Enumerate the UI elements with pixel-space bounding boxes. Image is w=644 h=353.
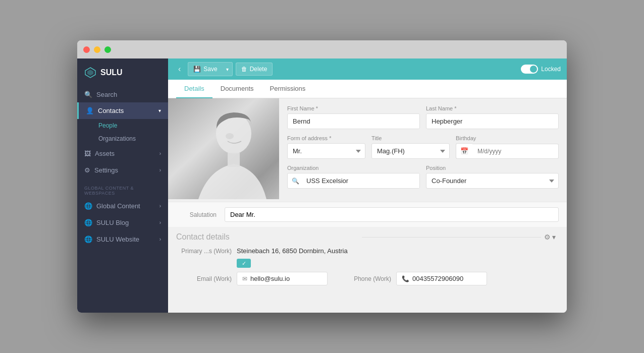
org-position-row: Organization 🔍 Position Co-Fo — [287, 165, 559, 189]
tabs: Details Documents Permissions — [168, 80, 567, 98]
app-body: SULU 🔍 Search 👤 Contacts ▾ People — [77, 58, 567, 313]
email-value: hello@sulu.io — [250, 275, 290, 282]
section-title: Contact details — [176, 232, 356, 242]
primary-address-label: Primary ...s (Work) — [176, 248, 232, 255]
organization-input[interactable] — [303, 173, 419, 188]
chevron-right-icon-4: › — [159, 220, 161, 225]
delete-label: Delete — [250, 66, 267, 73]
email-label: Email (Work) — [176, 275, 232, 282]
image-icon: 🖼 — [84, 150, 91, 157]
back-button[interactable]: ‹ — [174, 63, 185, 76]
phone-icon: 📞 — [402, 275, 409, 282]
maximize-button[interactable] — [104, 46, 111, 53]
section-divider — [362, 237, 542, 238]
save-button[interactable]: 💾 Save — [188, 62, 222, 76]
phone-label: Phone (Work) — [336, 275, 391, 282]
salutation-input[interactable] — [225, 207, 559, 222]
checkmark-icon: ✓ — [242, 260, 246, 267]
first-name-group: First Name * — [287, 105, 420, 129]
email-value-group: ✉ hello@sulu.io — [237, 272, 328, 285]
save-dropdown-button[interactable]: ▾ — [223, 62, 233, 76]
email-icon: ✉ — [242, 275, 247, 282]
salutation-label: Salutation — [176, 211, 217, 218]
app-window: SULU 🔍 Search 👤 Contacts ▾ People — [77, 40, 567, 313]
globe-icon-2: 🌐 — [84, 219, 92, 226]
people-label: People — [98, 122, 117, 129]
gear-icon-2: ⚙ — [544, 233, 551, 241]
toggle-thumb — [530, 66, 537, 73]
email-row: Email (Work) ✉ hello@sulu.io — [176, 272, 328, 285]
sidebar-item-sulu-website[interactable]: 🌐 SULU Website › — [77, 231, 168, 248]
first-name-input[interactable] — [287, 113, 420, 129]
org-search-icon: 🔍 — [288, 174, 303, 188]
chevron-down-icon: ▾ — [158, 108, 161, 113]
last-name-input[interactable] — [426, 113, 559, 129]
save-icon: 💾 — [193, 66, 201, 73]
contact-photo — [168, 98, 279, 199]
save-label: Save — [203, 66, 217, 73]
position-select[interactable]: Co-Founder CEO CTO — [426, 173, 559, 189]
title-label: Title — [371, 135, 450, 141]
form-of-address-label: Form of address * — [287, 135, 365, 141]
locked-toggle[interactable]: Locked — [521, 65, 561, 74]
sidebar-item-contacts[interactable]: 👤 Contacts ▾ — [77, 102, 168, 119]
tab-details[interactable]: Details — [176, 80, 212, 98]
organizations-label: Organizations — [98, 135, 136, 142]
sidebar-item-assets[interactable]: 🖼 Assets › — [77, 145, 168, 162]
form-of-address-select[interactable]: Mr. Ms. — [287, 143, 365, 159]
sidebar-item-people[interactable]: People — [91, 119, 168, 132]
sidebar-item-settings[interactable]: ⚙ Settings › — [77, 162, 168, 179]
chevron-right-icon-5: › — [159, 237, 161, 242]
address-title-row: Form of address * Mr. Ms. Title — [287, 135, 559, 159]
title-bar — [77, 40, 567, 58]
svg-rect-5 — [228, 153, 240, 167]
globe-icon-3: 🌐 — [84, 236, 92, 243]
sulu-website-label: SULU Website — [96, 236, 139, 243]
tab-documents[interactable]: Documents — [212, 80, 262, 98]
svg-point-6 — [226, 133, 234, 139]
gear-dropdown-icon: ▾ — [552, 233, 556, 241]
sidebar-item-global-content[interactable]: 🌐 Global Content › — [77, 198, 168, 214]
toolbar: ‹ 💾 Save ▾ 🗑 Delete — [168, 58, 567, 80]
svg-marker-1 — [87, 70, 93, 76]
contact-layout: First Name * Last Name * — [168, 98, 567, 202]
close-button[interactable] — [83, 46, 90, 53]
person-icon: 👤 — [86, 107, 94, 114]
delete-button[interactable]: 🗑 Delete — [236, 63, 273, 76]
sidebar-item-organizations[interactable]: Organizations — [91, 132, 168, 145]
birthday-input[interactable] — [472, 144, 559, 159]
primary-address-row: Primary ...s (Work) Steinebach 16, 6850 … — [176, 247, 559, 255]
minimize-button[interactable] — [94, 46, 100, 53]
main-area: ‹ 💾 Save ▾ 🗑 Delete — [168, 58, 567, 313]
sidebar: SULU 🔍 Search 👤 Contacts ▾ People — [77, 58, 168, 313]
sidebar-logo-text: SULU — [100, 68, 123, 77]
title-select[interactable]: Mag.(FH) Dr. — [371, 143, 450, 159]
search-icon: 🔍 — [84, 91, 92, 98]
contact-details-section: Contact details ⚙ ▾ Primary ...s (Work) … — [168, 227, 567, 295]
salutation-section: Salutation — [168, 202, 567, 227]
sulu-logo-icon — [84, 67, 96, 79]
sidebar-sub-contacts: People Organizations — [77, 119, 168, 145]
name-row: First Name * Last Name * — [287, 105, 559, 129]
sidebar-search[interactable]: 🔍 Search — [77, 87, 168, 102]
organization-search-group: 🔍 — [287, 173, 420, 189]
section-header: Contact details ⚙ ▾ — [176, 232, 559, 242]
chevron-right-icon-2: › — [159, 167, 161, 173]
search-label: Search — [96, 91, 117, 98]
toggle-switch[interactable] — [521, 65, 538, 74]
position-group: Position Co-Founder CEO CTO — [426, 165, 559, 189]
tab-permissions[interactable]: Permissions — [262, 80, 314, 98]
birthday-date-group: 📅 — [456, 143, 559, 159]
last-name-group: Last Name * — [426, 105, 559, 129]
email-phone-row: Email (Work) ✉ hello@sulu.io Phone (Work… — [176, 272, 559, 289]
gear-settings-button[interactable]: ⚙ ▾ — [541, 232, 559, 242]
organization-group: Organization 🔍 — [287, 165, 420, 189]
phone-value: 00435572906090 — [412, 275, 463, 282]
save-button-group: 💾 Save ▾ — [188, 62, 232, 76]
locked-label: Locked — [541, 66, 561, 73]
sidebar-item-sulu-blog[interactable]: 🌐 SULU Blog › — [77, 214, 168, 231]
global-section-label: GLOBAL CONTENT & WEBSPACES — [77, 179, 168, 198]
organization-label: Organization — [287, 165, 420, 171]
birthday-group: Birthday 📅 — [456, 135, 559, 159]
phone-row: Phone (Work) 📞 00435572906090 — [336, 272, 487, 285]
